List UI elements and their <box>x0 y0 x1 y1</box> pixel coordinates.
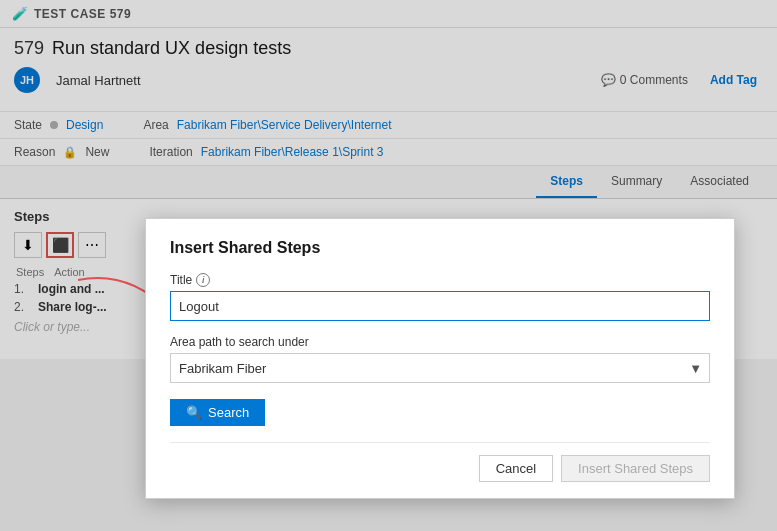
insert-shared-steps-modal: Insert Shared Steps Title i Area path to… <box>145 218 735 499</box>
search-button[interactable]: 🔍 Search <box>170 399 265 426</box>
title-field-label: Title i <box>170 273 710 287</box>
modal-footer: Cancel Insert Shared Steps <box>170 442 710 482</box>
area-path-select[interactable]: Fabrikam Fiber <box>170 353 710 383</box>
area-path-select-wrapper: Fabrikam Fiber ▼ <box>170 353 710 383</box>
area-path-label: Area path to search under <box>170 335 710 349</box>
info-icon: i <box>196 273 210 287</box>
cancel-button[interactable]: Cancel <box>479 455 553 482</box>
title-input[interactable] <box>170 291 710 321</box>
modal-title: Insert Shared Steps <box>170 239 710 257</box>
search-icon: 🔍 <box>186 405 202 420</box>
insert-shared-steps-button[interactable]: Insert Shared Steps <box>561 455 710 482</box>
